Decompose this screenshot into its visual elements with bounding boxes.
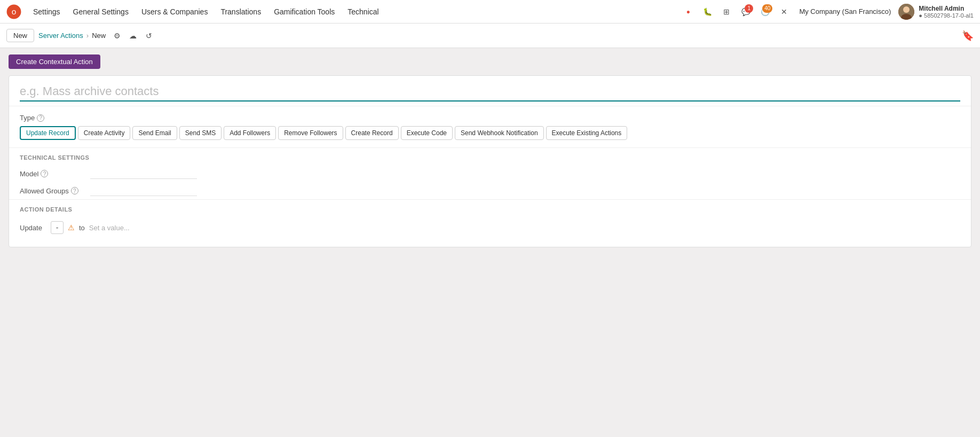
company-name: My Company (San Francisco) xyxy=(799,7,891,15)
refresh-icon[interactable]: ↺ xyxy=(142,29,156,43)
bookmark-icon[interactable]: 🔖 xyxy=(962,30,974,42)
type-btn-send-webhook[interactable]: Send Webhook Notification xyxy=(455,126,544,140)
navbar-item-gamification-tools[interactable]: Gamification Tools xyxy=(267,0,341,24)
technical-settings-header: TECHNICAL SETTINGS xyxy=(9,148,971,165)
action-name-input[interactable] xyxy=(20,84,960,102)
navbar-item-technical[interactable]: Technical xyxy=(341,0,385,24)
breadcrumb: Server Actions › New xyxy=(38,32,106,40)
breadcrumb-parent[interactable]: Server Actions xyxy=(38,32,83,40)
apps-grid-icon[interactable]: ⊞ xyxy=(719,4,734,19)
type-section: Type ? Update Record Create Activity Sen… xyxy=(9,106,971,147)
navbar: o Settings General Settings Users & Comp… xyxy=(0,0,980,24)
form-card: Type ? Update Record Create Activity Sen… xyxy=(9,75,971,247)
type-btn-execute-existing[interactable]: Execute Existing Actions xyxy=(546,126,628,140)
bug-icon[interactable]: 🐛 xyxy=(700,4,715,19)
toolbar-icons: ⚙ ☁ ↺ xyxy=(110,29,156,43)
breadcrumb-separator: › xyxy=(86,32,89,40)
allowed-groups-input[interactable] xyxy=(90,185,197,196)
warning-icon: ⚠ xyxy=(68,223,75,232)
type-btn-add-followers[interactable]: Add Followers xyxy=(224,126,276,140)
type-btn-remove-followers[interactable]: Remove Followers xyxy=(278,126,343,140)
chat-icon[interactable]: 💬 1 xyxy=(738,4,753,19)
type-buttons: Update Record Create Activity Send Email… xyxy=(20,126,960,140)
company-selector[interactable]: My Company (San Francisco) xyxy=(796,7,894,15)
allowed-groups-value xyxy=(90,185,960,196)
title-section xyxy=(9,76,971,106)
navbar-item-users-companies[interactable]: Users & Companies xyxy=(135,0,215,24)
navbar-item-general-settings[interactable]: General Settings xyxy=(67,0,135,24)
red-dot-icon[interactable]: ● xyxy=(681,4,696,19)
minus-button[interactable]: - xyxy=(51,221,64,234)
navbar-menu: General Settings Users & Companies Trans… xyxy=(67,0,681,24)
type-btn-send-sms[interactable]: Send SMS xyxy=(179,126,222,140)
breadcrumb-current: New xyxy=(92,32,106,40)
type-help-icon[interactable]: ? xyxy=(37,114,44,122)
model-input[interactable] xyxy=(90,168,197,179)
update-row: Update - ⚠ to Set a value... xyxy=(9,217,971,238)
activity-badge: 40 xyxy=(762,4,772,13)
chat-badge: 1 xyxy=(745,4,753,13)
toolbar: New Server Actions › New ⚙ ☁ ↺ 🔖 xyxy=(0,24,980,48)
svg-point-3 xyxy=(903,6,910,13)
type-btn-create-activity[interactable]: Create Activity xyxy=(78,126,131,140)
close-icon[interactable]: ✕ xyxy=(777,4,792,19)
model-field-row: Model ? xyxy=(9,165,971,182)
app-logo[interactable]: o xyxy=(6,4,21,19)
navbar-right: ● 🐛 ⊞ 💬 1 🕐 40 ✕ My Company (San Francis… xyxy=(681,4,974,20)
model-help-icon[interactable]: ? xyxy=(41,170,48,177)
user-code: ● 58502798-17-0-al1 xyxy=(919,12,974,19)
user-info[interactable]: Mitchell Admin ● 58502798-17-0-al1 xyxy=(919,5,974,19)
new-button[interactable]: New xyxy=(6,29,34,42)
user-name: Mitchell Admin xyxy=(919,5,974,12)
activity-icon[interactable]: 🕐 40 xyxy=(757,4,772,19)
action-bar: Create Contextual Action xyxy=(0,48,980,75)
update-label: Update xyxy=(20,224,46,232)
action-details-header: ACTION DETAILS xyxy=(9,200,971,217)
allowed-groups-field-row: Allowed Groups ? xyxy=(9,182,971,199)
avatar[interactable] xyxy=(898,4,914,20)
type-btn-create-record[interactable]: Create Record xyxy=(345,126,399,140)
model-value xyxy=(90,168,960,179)
set-value-link[interactable]: Set a value... xyxy=(89,224,130,232)
app-name[interactable]: Settings xyxy=(27,0,67,24)
to-text: to xyxy=(79,224,85,232)
svg-text:o: o xyxy=(12,7,17,16)
type-label: Type ? xyxy=(20,114,960,122)
navbar-item-translations[interactable]: Translations xyxy=(214,0,267,24)
action-details-section: ACTION DETAILS Update - ⚠ to Set a value… xyxy=(9,200,971,247)
settings-icon[interactable]: ⚙ xyxy=(110,29,124,43)
create-contextual-action-button[interactable]: Create Contextual Action xyxy=(9,54,100,69)
model-label: Model ? xyxy=(20,170,84,178)
upload-icon[interactable]: ☁ xyxy=(126,29,140,43)
type-btn-update-record[interactable]: Update Record xyxy=(20,126,76,140)
type-btn-send-email[interactable]: Send Email xyxy=(132,126,177,140)
allowed-groups-label: Allowed Groups ? xyxy=(20,187,84,195)
allowed-groups-help-icon[interactable]: ? xyxy=(71,187,78,194)
type-btn-execute-code[interactable]: Execute Code xyxy=(401,126,453,140)
